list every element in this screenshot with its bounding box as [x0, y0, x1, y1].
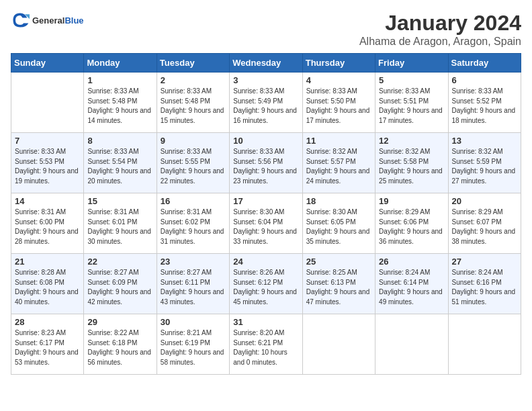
- calendar-cell: 12Sunrise: 8:32 AMSunset: 5:58 PMDayligh…: [375, 133, 448, 193]
- calendar-cell: 19Sunrise: 8:29 AMSunset: 6:06 PMDayligh…: [375, 193, 448, 254]
- calendar-week-row: 28Sunrise: 8:23 AMSunset: 6:17 PMDayligh…: [11, 314, 521, 375]
- calendar-cell: [11, 73, 84, 133]
- calendar-week-row: 21Sunrise: 8:28 AMSunset: 6:08 PMDayligh…: [11, 254, 521, 314]
- calendar-cell: 18Sunrise: 8:30 AMSunset: 6:05 PMDayligh…: [302, 193, 375, 254]
- day-info: Sunrise: 8:31 AMSunset: 6:00 PMDaylight:…: [15, 208, 80, 246]
- calendar-cell: [302, 314, 375, 375]
- day-number: 8: [87, 136, 152, 146]
- day-info: Sunrise: 8:32 AMSunset: 5:57 PMDaylight:…: [306, 147, 371, 186]
- weekday-header: Tuesday: [157, 54, 229, 73]
- calendar-cell: 27Sunrise: 8:24 AMSunset: 6:16 PMDayligh…: [448, 254, 521, 314]
- day-number: 21: [15, 257, 80, 267]
- day-info: Sunrise: 8:27 AMSunset: 6:09 PMDaylight:…: [87, 268, 152, 307]
- calendar-week-row: 7Sunrise: 8:33 AMSunset: 5:53 PMDaylight…: [11, 133, 521, 193]
- day-number: 2: [161, 75, 226, 85]
- weekday-row: SundayMondayTuesdayWednesdayThursdayFrid…: [11, 54, 521, 73]
- calendar-cell: 16Sunrise: 8:31 AMSunset: 6:02 PMDayligh…: [157, 193, 229, 254]
- calendar-cell: 29Sunrise: 8:22 AMSunset: 6:18 PMDayligh…: [84, 314, 157, 375]
- calendar-cell: 17Sunrise: 8:30 AMSunset: 6:04 PMDayligh…: [230, 193, 302, 254]
- day-info: Sunrise: 8:33 AMSunset: 5:48 PMDaylight:…: [87, 87, 152, 126]
- day-info: Sunrise: 8:26 AMSunset: 6:12 PMDaylight:…: [233, 268, 298, 307]
- calendar-cell: [448, 314, 521, 375]
- day-info: Sunrise: 8:30 AMSunset: 6:04 PMDaylight:…: [233, 208, 298, 246]
- day-number: 13: [452, 136, 517, 146]
- day-info: Sunrise: 8:27 AMSunset: 6:11 PMDaylight:…: [161, 268, 226, 307]
- day-info: Sunrise: 8:33 AMSunset: 5:50 PMDaylight:…: [306, 87, 371, 126]
- weekday-header: Wednesday: [230, 54, 302, 73]
- calendar-cell: 23Sunrise: 8:27 AMSunset: 6:11 PMDayligh…: [157, 254, 229, 314]
- day-number: 9: [161, 136, 226, 146]
- day-info: Sunrise: 8:24 AMSunset: 6:14 PMDaylight:…: [379, 268, 444, 307]
- day-number: 18: [306, 196, 371, 206]
- weekday-header: Sunday: [11, 54, 84, 73]
- day-number: 16: [161, 196, 226, 206]
- day-info: Sunrise: 8:20 AMSunset: 6:21 PMDaylight:…: [233, 328, 298, 367]
- day-number: 30: [161, 317, 226, 327]
- calendar-cell: [375, 314, 448, 375]
- calendar-cell: 7Sunrise: 8:33 AMSunset: 5:53 PMDaylight…: [11, 133, 84, 193]
- calendar-cell: 30Sunrise: 8:21 AMSunset: 6:19 PMDayligh…: [157, 314, 229, 375]
- calendar-cell: 3Sunrise: 8:33 AMSunset: 5:49 PMDaylight…: [230, 73, 302, 133]
- calendar-cell: 1Sunrise: 8:33 AMSunset: 5:48 PMDaylight…: [84, 73, 157, 133]
- day-number: 26: [379, 257, 444, 267]
- calendar-cell: 10Sunrise: 8:33 AMSunset: 5:56 PMDayligh…: [230, 133, 302, 193]
- calendar-cell: 20Sunrise: 8:29 AMSunset: 6:07 PMDayligh…: [448, 193, 521, 254]
- calendar-body: 1Sunrise: 8:33 AMSunset: 5:48 PMDaylight…: [11, 73, 521, 375]
- weekday-header: Monday: [84, 54, 157, 73]
- day-number: 1: [87, 75, 152, 85]
- calendar-cell: 9Sunrise: 8:33 AMSunset: 5:55 PMDaylight…: [157, 133, 229, 193]
- day-info: Sunrise: 8:25 AMSunset: 6:13 PMDaylight:…: [306, 268, 371, 307]
- day-info: Sunrise: 8:24 AMSunset: 6:16 PMDaylight:…: [452, 268, 517, 307]
- day-info: Sunrise: 8:33 AMSunset: 5:54 PMDaylight:…: [87, 147, 152, 186]
- day-number: 11: [306, 136, 371, 146]
- day-info: Sunrise: 8:33 AMSunset: 5:48 PMDaylight:…: [161, 87, 226, 126]
- day-info: Sunrise: 8:23 AMSunset: 6:17 PMDaylight:…: [15, 328, 80, 367]
- day-info: Sunrise: 8:33 AMSunset: 5:55 PMDaylight:…: [161, 147, 226, 186]
- calendar-cell: 14Sunrise: 8:31 AMSunset: 6:00 PMDayligh…: [11, 193, 84, 254]
- calendar-cell: 21Sunrise: 8:28 AMSunset: 6:08 PMDayligh…: [11, 254, 84, 314]
- calendar-cell: 28Sunrise: 8:23 AMSunset: 6:17 PMDayligh…: [11, 314, 84, 375]
- day-info: Sunrise: 8:33 AMSunset: 5:52 PMDaylight:…: [452, 87, 517, 126]
- day-number: 4: [306, 75, 371, 85]
- day-info: Sunrise: 8:32 AMSunset: 5:58 PMDaylight:…: [379, 147, 444, 186]
- day-info: Sunrise: 8:29 AMSunset: 6:06 PMDaylight:…: [379, 208, 444, 246]
- month-title: January 2024: [359, 11, 521, 36]
- day-number: 6: [452, 75, 517, 85]
- calendar-cell: 4Sunrise: 8:33 AMSunset: 5:50 PMDaylight…: [302, 73, 375, 133]
- title-area: January 2024 Alhama de Aragon, Aragon, S…: [359, 11, 521, 48]
- day-info: Sunrise: 8:21 AMSunset: 6:19 PMDaylight:…: [161, 328, 226, 367]
- day-number: 5: [379, 75, 444, 85]
- day-number: 7: [15, 136, 80, 146]
- day-info: Sunrise: 8:29 AMSunset: 6:07 PMDaylight:…: [452, 208, 517, 246]
- day-info: Sunrise: 8:33 AMSunset: 5:51 PMDaylight:…: [379, 87, 444, 126]
- calendar-table: SundayMondayTuesdayWednesdayThursdayFrid…: [11, 53, 521, 375]
- day-number: 20: [452, 196, 517, 206]
- calendar-cell: 22Sunrise: 8:27 AMSunset: 6:09 PMDayligh…: [84, 254, 157, 314]
- day-number: 28: [15, 317, 80, 327]
- day-number: 3: [233, 75, 298, 85]
- day-number: 24: [233, 257, 298, 267]
- calendar-cell: 2Sunrise: 8:33 AMSunset: 5:48 PMDaylight…: [157, 73, 229, 133]
- page-header: GeneralBlue January 2024 Alhama de Arago…: [11, 11, 521, 48]
- day-info: Sunrise: 8:30 AMSunset: 6:05 PMDaylight:…: [306, 208, 371, 246]
- day-info: Sunrise: 8:22 AMSunset: 6:18 PMDaylight:…: [87, 328, 152, 367]
- day-info: Sunrise: 8:32 AMSunset: 5:59 PMDaylight:…: [452, 147, 517, 186]
- day-number: 19: [379, 196, 444, 206]
- calendar-week-row: 14Sunrise: 8:31 AMSunset: 6:00 PMDayligh…: [11, 193, 521, 254]
- day-number: 22: [87, 257, 152, 267]
- day-number: 23: [161, 257, 226, 267]
- calendar-cell: 13Sunrise: 8:32 AMSunset: 5:59 PMDayligh…: [448, 133, 521, 193]
- day-number: 31: [233, 317, 298, 327]
- logo-icon: [11, 11, 30, 30]
- day-number: 12: [379, 136, 444, 146]
- day-number: 14: [15, 196, 80, 206]
- location-title: Alhama de Aragon, Aragon, Spain: [359, 36, 521, 48]
- day-number: 17: [233, 196, 298, 206]
- day-number: 29: [87, 317, 152, 327]
- weekday-header: Thursday: [302, 54, 375, 73]
- day-info: Sunrise: 8:28 AMSunset: 6:08 PMDaylight:…: [15, 268, 80, 307]
- day-number: 15: [87, 196, 152, 206]
- calendar-cell: 8Sunrise: 8:33 AMSunset: 5:54 PMDaylight…: [84, 133, 157, 193]
- calendar-cell: 31Sunrise: 8:20 AMSunset: 6:21 PMDayligh…: [230, 314, 302, 375]
- calendar-cell: 25Sunrise: 8:25 AMSunset: 6:13 PMDayligh…: [302, 254, 375, 314]
